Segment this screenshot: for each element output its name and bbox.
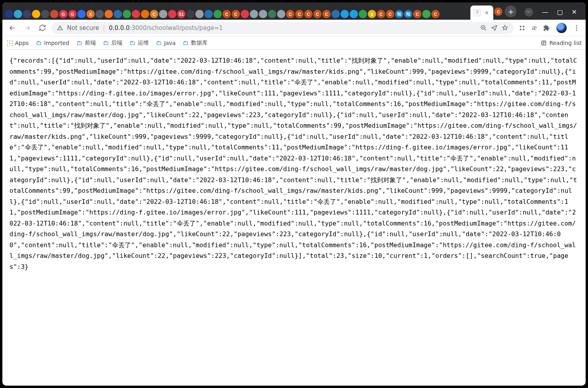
background-tabs: GGXC51CCCCCCCSCC知知CC [5, 8, 470, 20]
reload-button[interactable] [36, 22, 48, 34]
background-tab[interactable]: 51 [177, 10, 185, 18]
background-tab[interactable] [123, 10, 131, 18]
background-tab[interactable] [96, 10, 104, 18]
kebab-menu-icon[interactable] [573, 24, 580, 32]
background-tab[interactable]: C [386, 10, 394, 18]
folder-icon: 🗀 [36, 39, 42, 47]
apps-grid-icon [6, 40, 13, 46]
background-tab[interactable] [32, 10, 40, 18]
folder-icon: 🗀 [77, 39, 82, 47]
back-button[interactable] [6, 22, 18, 34]
send-icon[interactable] [491, 24, 498, 31]
bookmark-label: 后端 [111, 39, 122, 47]
svg-point-7 [576, 29, 577, 30]
background-tab[interactable]: 知 [395, 10, 403, 18]
security-label: Not secure [67, 24, 99, 32]
tab-overflow-button[interactable]: ﹀ [524, 8, 533, 17]
reading-list-label: Reading list [549, 40, 582, 46]
browser-window: GGXC51CCCCCCCSCC知知CC × C + ﹀ — ▢ ✕ [0, 0, 588, 388]
background-tab[interactable] [168, 10, 176, 18]
not-secure-icon [57, 25, 63, 31]
extension-ae-icon[interactable]: æ [532, 24, 537, 32]
zoom-icon[interactable] [480, 24, 487, 31]
apps-label: Apps [15, 40, 29, 46]
background-tab[interactable]: G [59, 10, 67, 18]
profile-avatar[interactable] [556, 23, 567, 33]
background-tab[interactable]: C [494, 7, 502, 16]
background-tab[interactable] [213, 10, 222, 18]
background-tab[interactable] [341, 10, 349, 18]
toolbar-right: æ [517, 23, 582, 33]
background-tab[interactable]: X [86, 10, 95, 18]
bookmark-folder[interactable]: 🗀后端 [103, 39, 122, 47]
bookmark-label: 数据库 [191, 39, 208, 47]
background-tab[interactable]: C [304, 10, 313, 18]
svg-point-5 [576, 25, 577, 26]
background-tab[interactable] [114, 10, 122, 18]
address-bar[interactable]: Not secure | 0.0.0.0:3000/schoolwall/pos… [51, 22, 514, 34]
page-viewport[interactable]: {"records":[{"id":null,"userId":null,"da… [2, 50, 586, 386]
folder-icon: 🗀 [156, 39, 162, 47]
background-tab[interactable] [259, 10, 267, 18]
bookmarks-bar: Apps 🗀Imported🗀前端🗀后端🗀运维🗀Java🗀数据库 Reading… [2, 36, 586, 50]
background-tab[interactable] [422, 10, 431, 18]
background-tab[interactable] [359, 10, 367, 18]
tab-strip: GGXC51CCCCCCCSCC知知CC × C + ﹀ — ▢ ✕ [2, 2, 586, 20]
background-tab[interactable] [14, 10, 22, 18]
background-tab[interactable] [41, 10, 49, 18]
bookmark-star-icon[interactable] [502, 24, 508, 31]
minimize-button[interactable]: — [542, 9, 548, 15]
background-tab[interactable] [195, 10, 204, 18]
bookmark-label: Java [164, 40, 176, 46]
background-tab[interactable]: C [413, 10, 421, 18]
background-tab[interactable]: C [377, 10, 385, 18]
apps-shortcut[interactable]: Apps [6, 40, 29, 46]
background-tab[interactable]: C [295, 10, 303, 18]
background-tab[interactable] [250, 10, 258, 18]
background-tab[interactable]: C [150, 10, 158, 18]
bookmark-folder[interactable]: 🗀Java [156, 39, 176, 47]
background-tab[interactable] [350, 10, 358, 18]
background-tab[interactable] [159, 10, 167, 18]
close-window-button[interactable]: ✕ [572, 9, 577, 15]
reading-list-icon [541, 40, 547, 46]
background-tab[interactable] [5, 10, 13, 18]
maximize-button[interactable]: ▢ [557, 9, 563, 15]
background-tab[interactable]: G [68, 10, 77, 18]
bookmark-folder[interactable]: 🗀前端 [77, 39, 96, 47]
background-tab[interactable]: C [431, 10, 440, 18]
background-tab[interactable] [204, 10, 213, 18]
extension-icon[interactable] [519, 24, 526, 32]
reading-list-button[interactable]: Reading list [541, 40, 582, 46]
new-tab-button[interactable]: + [505, 6, 517, 17]
extensions-puzzle-icon[interactable] [543, 24, 550, 32]
svg-point-6 [576, 27, 577, 28]
toolbar: Not secure | 0.0.0.0:3000/schoolwall/pos… [2, 20, 586, 36]
bookmark-folder[interactable]: 🗀数据库 [183, 39, 208, 47]
background-tab[interactable] [132, 10, 140, 18]
forward-button[interactable] [21, 22, 33, 34]
active-tab[interactable]: × [470, 6, 493, 20]
background-tab[interactable] [277, 10, 285, 18]
background-tab[interactable]: 知 [404, 10, 412, 18]
background-tab[interactable] [331, 10, 340, 18]
background-tab[interactable]: C [286, 10, 294, 18]
bookmark-folder[interactable]: 🗀Imported [36, 39, 69, 47]
background-tab[interactable]: S [368, 10, 376, 18]
background-tab[interactable]: C [313, 10, 322, 18]
background-tab[interactable] [23, 10, 31, 18]
background-tab[interactable] [141, 10, 149, 18]
background-tab[interactable]: C [322, 10, 331, 18]
background-tab[interactable] [186, 10, 195, 18]
response-body: {"records":[{"id":null,"userId":null,"da… [9, 55, 579, 272]
background-tab[interactable] [241, 10, 249, 18]
background-tab[interactable] [50, 10, 58, 18]
folder-icon: 🗀 [103, 39, 109, 47]
background-tab[interactable]: C [223, 10, 231, 18]
background-tab[interactable]: C [232, 10, 240, 18]
background-tab[interactable] [105, 10, 113, 18]
bookmark-folder[interactable]: 🗀运维 [129, 39, 149, 47]
close-tab-button[interactable]: × [484, 10, 489, 15]
background-tab[interactable] [77, 10, 86, 18]
background-tab[interactable] [268, 10, 276, 18]
